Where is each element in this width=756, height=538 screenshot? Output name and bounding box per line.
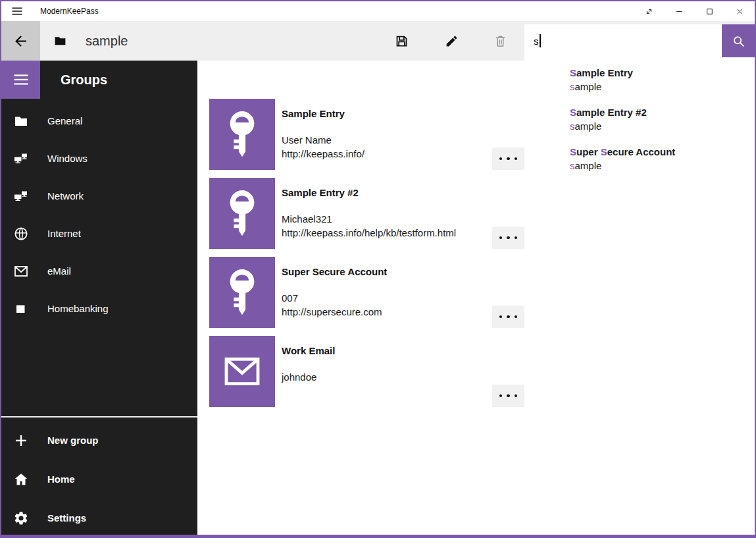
maximize-icon: [705, 7, 715, 16]
entry-tile[interactable]: [209, 257, 275, 328]
database-folder-icon: [53, 34, 67, 48]
search-icon: [732, 34, 745, 48]
search-result-group: sample: [570, 159, 748, 173]
plus-icon: [13, 433, 29, 448]
window-border-left: [0, 0, 1, 538]
search-result[interactable]: Sample Entry #2 sample: [570, 105, 748, 133]
search-suggestions: Sample Entry sample Sample Entry #2 samp…: [524, 57, 755, 198]
entry-title: Sample Entry: [282, 108, 345, 119]
search-result[interactable]: Super Secure Account sample: [570, 145, 748, 173]
entry-username: 007: [282, 292, 298, 304]
minimize-button[interactable]: [664, 1, 694, 21]
entry-title: Work Email: [282, 345, 335, 356]
globe-icon: [13, 226, 29, 242]
back-arrow-icon: [13, 33, 29, 49]
text-caret: [540, 34, 541, 47]
mail-icon: [13, 263, 29, 279]
entry-username: User Name: [282, 134, 332, 146]
sidebar-item-network[interactable]: Network: [1, 177, 197, 215]
minimize-icon: [674, 7, 684, 16]
save-icon: [395, 34, 409, 48]
sidebar-item-label: Network: [47, 190, 84, 202]
sidebar-action-settings[interactable]: Settings: [1, 498, 197, 537]
entry-url: http://keepass.info/help/kb/testform.htm…: [282, 227, 456, 238]
entry-title: Sample Entry #2: [282, 187, 359, 198]
sidebar-item-email[interactable]: eMail: [1, 252, 197, 290]
search-result-title: Sample Entry: [570, 66, 748, 80]
edit-button[interactable]: [436, 21, 467, 61]
close-button[interactable]: [724, 1, 755, 21]
entry-url: http://keepass.info/: [282, 148, 365, 159]
sidebar-item-general[interactable]: General: [1, 102, 197, 140]
workstation-icon: [13, 151, 29, 167]
delete-button[interactable]: [484, 21, 516, 61]
entry-more-button[interactable]: [492, 227, 524, 249]
workstation-icon: [13, 188, 29, 204]
sidebar-item-homebanking[interactable]: Homebanking: [1, 290, 197, 327]
search-query-text: s: [534, 36, 539, 47]
search-input[interactable]: s: [524, 24, 722, 57]
key-icon: [214, 265, 270, 320]
edit-icon: [445, 34, 459, 48]
search-result[interactable]: Sample Entry sample: [570, 66, 748, 94]
sidebar-item-label: Windows: [47, 153, 88, 164]
entry-more-button[interactable]: [492, 306, 524, 328]
entry-tile[interactable]: [209, 336, 275, 407]
search-result-group: sample: [570, 119, 748, 133]
save-button[interactable]: [386, 21, 417, 61]
maximize-button[interactable]: [694, 1, 724, 21]
back-button[interactable]: [1, 21, 40, 61]
square-icon: [13, 301, 29, 317]
window-controls: [634, 1, 755, 21]
hamburger-icon: [12, 70, 30, 89]
settings-icon: [13, 510, 29, 526]
group-list: General Windows Network Internet eMail H…: [1, 102, 197, 327]
sidebar-actions: New group Home Settings: [1, 421, 197, 537]
database-title: sample: [86, 34, 128, 49]
entry-more-button[interactable]: [492, 148, 524, 170]
command-bar: sample s: [1, 21, 755, 61]
entry-username: johndoe: [282, 371, 316, 383]
sidebar-item-label: General: [47, 115, 82, 126]
key-icon: [214, 107, 270, 162]
sidebar-action-home[interactable]: Home: [1, 460, 197, 498]
entry-row[interactable]: Super Secure Account 007 http://supersec…: [209, 257, 729, 328]
fullscreen-button[interactable]: [634, 1, 664, 21]
sidebar-item-internet[interactable]: Internet: [1, 215, 197, 252]
window-border-bottom: [0, 535, 756, 538]
app-window: ModernKeePass sample s Groups General Wi…: [0, 0, 756, 538]
sidebar-divider: [1, 416, 197, 417]
delete-icon: [493, 34, 507, 48]
sidebar-action-label: New group: [47, 435, 99, 446]
entry-more-button[interactable]: [492, 385, 524, 407]
home-icon: [13, 471, 29, 487]
window-border-top: [0, 0, 756, 1]
nav-menu-button[interactable]: [1, 61, 40, 99]
sidebar-item-label: Homebanking: [47, 303, 109, 314]
sidebar-item-windows[interactable]: Windows: [1, 140, 197, 177]
sidebar-action-label: Home: [47, 473, 75, 485]
sidebar: Groups General Windows Network Internet …: [1, 61, 197, 535]
groups-header: Groups: [61, 61, 107, 99]
entry-url: http://supersecure.com: [282, 306, 382, 317]
sidebar-item-label: Internet: [47, 228, 81, 239]
expand-icon: [644, 7, 654, 16]
search-button[interactable]: [722, 24, 755, 57]
sidebar-action-new-group[interactable]: New group: [1, 421, 197, 460]
key-icon: [214, 186, 270, 241]
hamburger-icon[interactable]: [11, 5, 24, 18]
sidebar-action-label: Settings: [47, 512, 86, 524]
window-title: ModernKeePass: [40, 7, 99, 16]
titlebar: ModernKeePass: [1, 1, 755, 21]
entry-row[interactable]: Work Email johndoe: [209, 336, 729, 407]
entry-username: Michael321: [282, 213, 332, 225]
entry-tile[interactable]: [209, 99, 275, 170]
sidebar-item-label: eMail: [47, 265, 71, 277]
search-result-title: Super Secure Account: [570, 145, 748, 159]
entry-title: Super Secure Account: [282, 266, 387, 277]
search-result-group: sample: [570, 80, 748, 94]
folder-icon: [13, 113, 29, 129]
close-icon: [735, 7, 745, 16]
search-result-title: Sample Entry #2: [570, 105, 748, 119]
entry-tile[interactable]: [209, 178, 275, 249]
